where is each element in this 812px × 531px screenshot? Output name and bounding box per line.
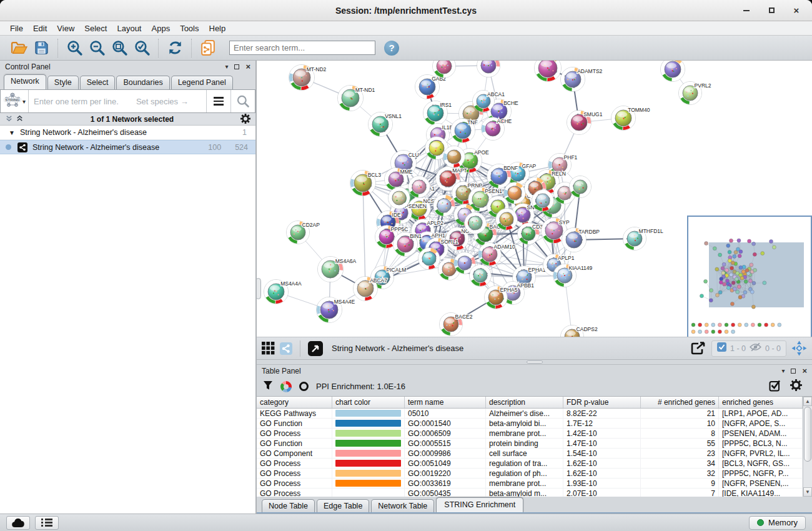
- tab-boundaries[interactable]: Boundaries: [116, 76, 169, 89]
- graph-node[interactable]: [418, 248, 440, 270]
- graph-node-mt-nd1[interactable]: MT-ND1: [338, 86, 375, 111]
- tab-node-table[interactable]: Node Table: [262, 499, 315, 512]
- graph-node-ms4a4e[interactable]: MS4A4E: [317, 297, 355, 323]
- menu-view[interactable]: View: [52, 22, 79, 34]
- graph-node-bin1[interactable]: BIN1: [394, 232, 422, 257]
- network-collection-row[interactable]: ▼ String Network - Alzheimer's disease 1: [0, 126, 255, 140]
- graph-node[interactable]: [661, 61, 685, 82]
- table-row[interactable]: GO ProcessGO:0050435beta-amyloid m...2.0…: [257, 489, 803, 497]
- refresh-icon[interactable]: [165, 39, 185, 57]
- panel-float-icon[interactable]: [234, 64, 239, 69]
- menu-layout[interactable]: Layout: [112, 22, 146, 34]
- graph-node-bace2[interactable]: BACE2: [440, 313, 473, 336]
- string-logo-dropdown[interactable]: STRING ▾: [1, 92, 28, 111]
- graph-node-vsnl1[interactable]: VSNL1: [369, 112, 402, 137]
- graph-node[interactable]: [443, 146, 465, 168]
- table-row[interactable]: GO FunctionGO:0005515protein binding1.47…: [257, 439, 803, 449]
- scroll-up-icon[interactable]: ▲: [803, 397, 812, 406]
- graph-node-kiaa1149[interactable]: KIAA1149: [553, 264, 593, 287]
- ring-chart-icon[interactable]: [299, 382, 309, 391]
- graph-node[interactable]: [465, 212, 487, 234]
- scroll-down-icon[interactable]: ▼: [803, 487, 812, 497]
- set-species-link[interactable]: Set species →: [136, 97, 189, 106]
- graph-node-ache[interactable]: ACHE: [482, 117, 512, 141]
- table-row[interactable]: KEGG Pathways05010Alzheimer's dise...8.8…: [257, 409, 803, 419]
- table-row[interactable]: GO ProcessGO:0019220regulation of ph...1…: [257, 469, 803, 479]
- network-panel-gear-icon[interactable]: [240, 114, 250, 125]
- column-header-fdr-p-value[interactable]: FDR p-value: [563, 397, 641, 408]
- tab-network[interactable]: Network: [4, 74, 46, 89]
- graph-node-abca7[interactable]: ABCA7: [354, 277, 388, 301]
- column-header-category[interactable]: category: [257, 397, 332, 408]
- graph-node-smug1[interactable]: SMUG1: [567, 111, 603, 135]
- save-session-icon[interactable]: [31, 39, 51, 57]
- table-row[interactable]: GO ComponentGO:0009986cell surface1.54E-…: [257, 449, 803, 459]
- graph-node[interactable]: [470, 265, 492, 287]
- filter-icon[interactable]: [263, 380, 273, 393]
- scrollbar-thumb[interactable]: [804, 407, 811, 462]
- import-network-icon[interactable]: [198, 39, 218, 57]
- graph-node-adam10[interactable]: ADAM10: [478, 243, 515, 266]
- menu-select[interactable]: Select: [79, 22, 112, 34]
- tab-string-enrichment[interactable]: STRING Enrichment: [436, 497, 523, 512]
- tree-expand-icon[interactable]: ▼: [9, 129, 15, 136]
- open-in-new-icon[interactable]: [308, 341, 323, 356]
- table-row[interactable]: GO ProcessGO:0051049regulation of tra...…: [257, 459, 803, 469]
- menu-apps[interactable]: Apps: [147, 22, 176, 34]
- table-panel-close-icon[interactable]: ×: [802, 367, 807, 375]
- string-search-icon[interactable]: [231, 90, 255, 112]
- graph-node[interactable]: [535, 61, 562, 82]
- task-history-button[interactable]: [6, 516, 30, 530]
- graph-node-cd2ap[interactable]: CD2AP: [287, 221, 320, 244]
- network-row[interactable]: String Network - Alzheimer's disease 100…: [0, 140, 255, 154]
- graph-node-mt-nd2[interactable]: MT-ND2: [289, 65, 327, 91]
- tab-select[interactable]: Select: [80, 76, 116, 89]
- graph-node-syp[interactable]: SYP: [542, 218, 570, 244]
- zoom-out-icon[interactable]: [87, 39, 107, 57]
- tab-legend-panel[interactable]: Legend Panel: [171, 76, 233, 89]
- open-session-icon[interactable]: [9, 39, 29, 57]
- panel-splitter-grip[interactable]: [257, 278, 261, 299]
- graph-node[interactable]: [570, 176, 592, 198]
- tab-network-table[interactable]: Network Table: [371, 499, 434, 512]
- column-header-enriched-genes[interactable]: enriched genes: [719, 397, 803, 408]
- panel-menu-icon[interactable]: ▾: [225, 63, 228, 70]
- zoom-in-icon[interactable]: [64, 39, 84, 57]
- graph-node[interactable]: [433, 195, 455, 217]
- network-canvas[interactable]: MT-ND2MT-ND1VSNL1GAB2IRS1CHATBCHEACHEIL1…: [257, 61, 812, 337]
- graph-node-adamts2[interactable]: ADAMTS2: [561, 67, 603, 92]
- graph-node-cadps2[interactable]: CADPS2: [561, 325, 598, 338]
- navigate-icon[interactable]: [791, 340, 807, 356]
- graph-node-bcl3[interactable]: BCL3: [350, 171, 382, 196]
- search-input[interactable]: [229, 41, 375, 55]
- graph-node[interactable]: [389, 187, 410, 209]
- graph-node-ms4a6a[interactable]: MS4A6A: [318, 257, 357, 282]
- help-icon[interactable]: ?: [384, 41, 399, 56]
- column-header--enriched-genes[interactable]: # enriched genes: [641, 397, 719, 408]
- horizontal-splitter[interactable]: [257, 360, 812, 365]
- table-panel-menu-icon[interactable]: ▾: [781, 367, 785, 374]
- graph-node[interactable]: [532, 190, 554, 212]
- enrichment-settings-gear-icon[interactable]: [790, 379, 802, 394]
- graph-node[interactable]: [477, 61, 500, 77]
- graph-node[interactable]: [504, 182, 526, 204]
- task-list-button[interactable]: [35, 516, 59, 530]
- table-panel-float-icon[interactable]: [791, 369, 796, 374]
- table-row[interactable]: GO ProcessGO:0006509membrane prot...1.42…: [257, 429, 803, 439]
- table-row[interactable]: GO FunctionGO:0001540beta-amyloid bi...1…: [257, 419, 803, 429]
- graph-node-irs1[interactable]: IRS1: [423, 101, 452, 126]
- birdseye-view[interactable]: [687, 216, 812, 337]
- menu-edit[interactable]: Edit: [28, 22, 52, 34]
- zoom-selected-icon[interactable]: [132, 39, 152, 57]
- grid-view-icon[interactable]: [262, 342, 275, 355]
- birdseye-toggle-icon[interactable]: [280, 342, 292, 355]
- zoom-fit-icon[interactable]: [109, 39, 129, 57]
- string-query-placeholder[interactable]: Enter one term per line.: [34, 97, 119, 106]
- graph-node[interactable]: [408, 176, 430, 198]
- graph-node[interactable]: [496, 209, 518, 231]
- string-options-menu-icon[interactable]: [207, 90, 230, 112]
- table-scrollbar[interactable]: ▲ ▼: [803, 397, 812, 497]
- close-button[interactable]: ×: [792, 6, 801, 15]
- menu-tools[interactable]: Tools: [175, 22, 204, 34]
- minimize-button[interactable]: [742, 6, 751, 15]
